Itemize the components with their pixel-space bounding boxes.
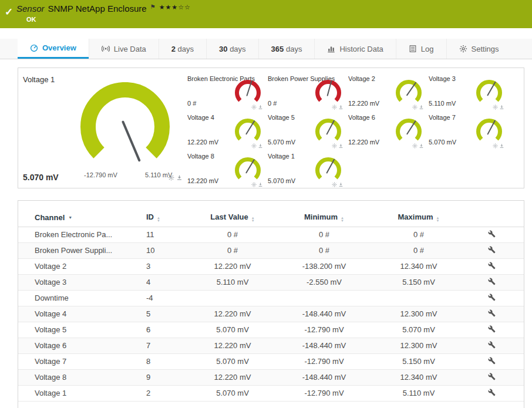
channel-row-voltage-6[interactable]: Voltage 6712.220 mV-148.440 mV12.300 mV	[18, 338, 524, 353]
channel-name[interactable]: Voltage 7	[18, 353, 146, 369]
edit-channel-icon[interactable]	[488, 357, 496, 365]
channels-panel: Channel▼ID▲▼Last Value▲▼Minimum▲▼Maximum…	[18, 200, 524, 408]
channel-row-downtime[interactable]: Downtime-4	[18, 290, 524, 306]
channel-row-voltage-3[interactable]: Voltage 345.110 mV-2.550 mV5.150 mV	[18, 274, 524, 290]
channel-last-value: 5.110 mV	[194, 274, 271, 290]
gauge-value: 5.070 mV	[268, 139, 295, 146]
channel-row-voltage-2[interactable]: Voltage 2312.220 mV-138.200 mV12.340 mV	[18, 258, 524, 274]
download-icon[interactable]	[176, 174, 183, 181]
download-icon[interactable]	[338, 182, 344, 187]
column-header-channel[interactable]: Channel▼	[18, 209, 146, 227]
gear-icon[interactable]	[251, 143, 257, 149]
tab-365-days[interactable]: 365 days	[258, 39, 315, 59]
flag-icon[interactable]: ⚑	[150, 4, 156, 10]
channel-name[interactable]: Broken Electronic Pa...	[18, 227, 146, 242]
download-icon[interactable]	[419, 143, 424, 149]
tab-historic-data[interactable]: Historic Data	[314, 39, 395, 59]
channel-id: 2	[146, 385, 194, 401]
channel-name[interactable]: Voltage 6	[18, 338, 146, 353]
channel-minimum	[271, 290, 378, 306]
channel-row-voltage-8[interactable]: Voltage 8912.220 mV-148.440 mV12.340 mV	[18, 369, 524, 385]
channel-name[interactable]: Voltage 5	[18, 322, 146, 338]
edit-channel-icon[interactable]	[488, 230, 496, 238]
channel-minimum: -12.790 mV	[271, 385, 378, 401]
edit-channel-icon[interactable]	[488, 389, 496, 396]
gauge-dial	[396, 119, 422, 147]
channel-id: -4	[146, 290, 194, 306]
gear-icon[interactable]	[493, 104, 498, 110]
channel-last-value: 0 #	[194, 227, 271, 242]
gauge-tile-voltage-6[interactable]: Voltage 612.220 mV	[348, 112, 429, 150]
gauge-tile-broken-electronic-parts[interactable]: Broken Electronic Parts0 #	[187, 73, 268, 112]
gear-icon[interactable]	[168, 174, 174, 181]
download-icon[interactable]	[419, 104, 424, 110]
download-icon[interactable]	[258, 143, 263, 149]
edit-channel-icon[interactable]	[488, 246, 496, 254]
column-header-minimum[interactable]: Minimum▲▼	[271, 209, 378, 227]
primary-gauge[interactable]: Voltage 1 5.070 mV -12.790 mV 5.110 mV	[18, 68, 187, 188]
gear-icon[interactable]	[251, 182, 257, 187]
channel-name[interactable]: Voltage 4	[18, 306, 146, 322]
gear-icon[interactable]	[412, 143, 417, 149]
gauge-tile-voltage-7[interactable]: Voltage 75.070 mV	[429, 112, 509, 150]
gauge-tile-voltage-1[interactable]: Voltage 15.070 mV	[268, 150, 348, 188]
column-header-id[interactable]: ID▲▼	[146, 209, 194, 227]
gauge-tile-voltage-4[interactable]: Voltage 412.220 mV	[187, 112, 268, 150]
status-ok-check-icon: ✓	[5, 4, 16, 28]
edit-channel-icon[interactable]	[488, 278, 496, 285]
edit-channel-icon[interactable]	[488, 373, 496, 380]
channel-last-value: 5.070 mV	[194, 322, 271, 338]
primary-gauge-label: Voltage 1	[23, 75, 55, 84]
channel-row-voltage-5[interactable]: Voltage 565.070 mV-12.790 mV5.070 mV	[18, 322, 524, 338]
channel-name[interactable]: Voltage 8	[18, 369, 146, 385]
gauge-label: Voltage 1	[268, 153, 295, 160]
channel-row-voltage-7[interactable]: Voltage 785.070 mV-12.790 mV5.150 mV	[18, 353, 524, 369]
stars-empty: ☆☆	[178, 4, 191, 11]
edit-channel-icon[interactable]	[488, 341, 496, 349]
channel-name[interactable]: Downtime	[18, 290, 146, 306]
gear-icon[interactable]	[412, 104, 417, 110]
channel-row-voltage-4[interactable]: Voltage 4512.220 mV-148.440 mV12.300 mV	[18, 306, 524, 322]
gauge-tile-voltage-5[interactable]: Voltage 55.070 mV	[268, 112, 348, 150]
download-icon[interactable]	[338, 104, 344, 110]
gear-icon[interactable]	[251, 104, 257, 110]
tab-live-data[interactable]: Live Data	[89, 39, 159, 59]
gauge-tile-voltage-8[interactable]: Voltage 812.220 mV	[187, 150, 268, 188]
gauge-tile-broken-power-supplies[interactable]: Broken Power Supplies0 #	[268, 73, 348, 112]
column-header-last-value[interactable]: Last Value▲▼	[194, 209, 271, 227]
download-icon[interactable]	[338, 143, 344, 149]
gear-icon[interactable]	[332, 143, 337, 149]
gauge-tile-voltage-3[interactable]: Voltage 35.110 mV	[429, 73, 509, 112]
edit-channel-icon[interactable]	[488, 325, 496, 333]
gauge-value: 5.070 mV	[268, 177, 295, 184]
channel-row-voltage-1[interactable]: Voltage 125.070 mV-12.790 mV5.110 mV	[18, 385, 524, 401]
edit-channel-icon[interactable]	[488, 294, 496, 301]
edit-channel-icon[interactable]	[488, 262, 496, 269]
channel-row-broken-power-suppli[interactable]: Broken Power Suppli...100 #0 #0 #	[18, 242, 524, 258]
gauge-value: 12.220 mV	[187, 177, 218, 184]
download-icon[interactable]	[499, 143, 504, 149]
download-icon[interactable]	[499, 104, 504, 110]
gauge-tile-voltage-2[interactable]: Voltage 212.220 mV	[348, 73, 429, 112]
channel-name[interactable]: Voltage 1	[18, 385, 146, 401]
tab-2-days[interactable]: 2 days	[159, 39, 206, 59]
channel-name[interactable]: Broken Power Suppli...	[18, 242, 146, 258]
priority-stars[interactable]: ★★★☆☆	[159, 4, 191, 11]
channel-name[interactable]: Voltage 3	[18, 274, 146, 290]
edit-channel-icon[interactable]	[488, 309, 496, 317]
gear-icon[interactable]	[493, 143, 498, 149]
tab-overview[interactable]: Overview	[18, 39, 89, 59]
tab-log[interactable]: Log	[396, 39, 446, 59]
gauges-panel: Voltage 1 5.070 mV -12.790 mV 5.110 mV B…	[18, 68, 524, 188]
channel-id: 9	[146, 369, 194, 385]
download-icon[interactable]	[258, 182, 263, 187]
gear-icon[interactable]	[332, 104, 337, 110]
channel-row-broken-electronic-pa[interactable]: Broken Electronic Pa...110 #0 #0 #	[18, 227, 524, 242]
download-icon[interactable]	[258, 104, 263, 110]
gear-icon[interactable]	[332, 182, 337, 187]
column-header-maximum[interactable]: Maximum▲▼	[378, 209, 460, 227]
channel-name[interactable]: Voltage 2	[18, 258, 146, 274]
tab-settings[interactable]: Settings	[446, 39, 511, 59]
gauge-dial	[315, 119, 341, 147]
tab-30-days[interactable]: 30 days	[206, 39, 258, 59]
